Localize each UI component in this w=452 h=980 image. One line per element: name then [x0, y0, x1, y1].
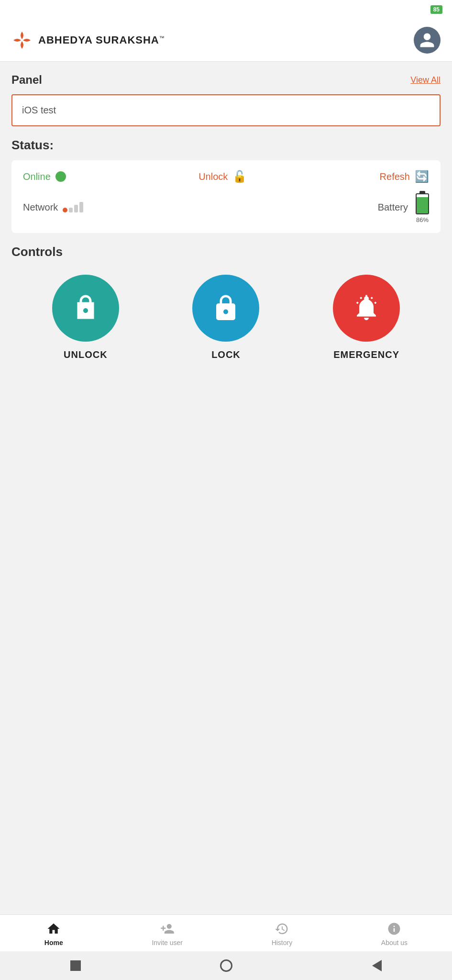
status-title: Status:	[11, 138, 441, 153]
online-dot	[55, 171, 66, 182]
android-circle-icon	[220, 959, 232, 972]
status-bar: 85	[0, 0, 452, 19]
battery-percent: 86%	[416, 216, 429, 223]
about-us-nav-label: About us	[381, 939, 408, 947]
unlock-label-text: UNLOCK	[64, 349, 108, 360]
status-row-2: Network Battery	[23, 191, 429, 223]
android-back-button[interactable]	[369, 958, 385, 973]
battery-body	[416, 193, 429, 214]
lock-label-text: LOCK	[211, 349, 241, 360]
battery-fill	[417, 197, 428, 213]
lock-circle[interactable]	[192, 275, 259, 342]
panel-device-name[interactable]: iOS test	[11, 94, 441, 126]
controls-section: Controls UNLOCK	[11, 245, 441, 360]
network-dot	[63, 208, 67, 212]
avatar-icon	[419, 32, 436, 49]
online-status: Online	[23, 171, 66, 182]
unlock-icon: 🔓	[232, 170, 247, 183]
nav-item-home[interactable]: Home	[44, 922, 63, 947]
nav-item-about-us[interactable]: About us	[381, 922, 408, 947]
panel-title: Panel	[11, 73, 42, 87]
network-bar-3	[79, 202, 83, 212]
android-triangle-icon	[372, 960, 382, 971]
network-status: Network	[23, 202, 83, 213]
refresh-icon: 🔄	[415, 170, 429, 183]
unlock-status[interactable]: Unlock 🔓	[198, 170, 247, 183]
nav-item-history[interactable]: History	[272, 922, 293, 947]
invite-user-nav-label: Invite user	[152, 939, 183, 947]
panel-section-header: Panel View All	[11, 73, 441, 87]
svg-line-2	[371, 298, 373, 299]
emergency-button[interactable]: EMERGENCY	[333, 275, 400, 360]
network-indicator	[63, 202, 83, 212]
controls-grid: UNLOCK LOCK	[11, 275, 441, 360]
lock-circle-icon	[211, 294, 240, 323]
battery-container: 86%	[416, 191, 429, 223]
svg-line-3	[361, 298, 362, 299]
android-recents-button[interactable]	[68, 958, 83, 973]
unlock-button[interactable]: UNLOCK	[52, 275, 119, 360]
emergency-circle-icon	[352, 294, 381, 323]
network-bars	[69, 202, 83, 212]
unlock-circle-icon	[71, 294, 100, 323]
status-row-1: Online Unlock 🔓 Refesh 🔄	[23, 170, 429, 183]
network-bar-2	[74, 205, 78, 212]
logo-container: ABHEDYA SURAKSHA™	[11, 30, 165, 51]
view-all-link[interactable]: View All	[410, 75, 441, 85]
battery-label: Battery	[378, 202, 408, 213]
history-nav-label: History	[272, 939, 293, 947]
status-grid: Online Unlock 🔓 Refesh 🔄 Network	[11, 160, 441, 233]
battery-status: Battery 86%	[378, 191, 429, 223]
avatar[interactable]	[414, 27, 441, 54]
refresh-status[interactable]: Refesh 🔄	[380, 170, 429, 183]
refresh-label: Refesh	[380, 171, 410, 182]
bottom-nav: Home Invite user History About us	[0, 914, 452, 951]
online-label: Online	[23, 171, 51, 182]
svg-line-4	[375, 302, 376, 304]
status-section: Status: Online Unlock 🔓 Refesh 🔄	[11, 138, 441, 233]
lock-button[interactable]: LOCK	[192, 275, 259, 360]
android-nav-bar	[0, 951, 452, 980]
home-icon	[46, 922, 61, 936]
svg-line-5	[357, 302, 358, 304]
about-us-icon	[387, 922, 401, 936]
emergency-label-text: EMERGENCY	[333, 349, 399, 360]
unlock-label: Unlock	[198, 171, 228, 182]
home-nav-label: Home	[44, 939, 63, 947]
logo-icon	[11, 30, 33, 51]
nav-item-invite-user[interactable]: Invite user	[152, 922, 183, 947]
network-bar-1	[69, 208, 73, 212]
app-header: ABHEDYA SURAKSHA™	[0, 19, 452, 62]
main-content: Panel View All iOS test Status: Online U…	[0, 62, 452, 448]
emergency-circle[interactable]	[333, 275, 400, 342]
android-home-button[interactable]	[219, 958, 234, 973]
history-icon	[275, 922, 289, 936]
controls-title: Controls	[11, 245, 441, 259]
logo-text: ABHEDYA SURAKSHA™	[38, 34, 165, 46]
unlock-circle[interactable]	[52, 275, 119, 342]
android-square-icon	[70, 960, 81, 971]
system-battery-indicator: 85	[430, 5, 442, 14]
invite-user-icon	[160, 922, 175, 936]
network-label: Network	[23, 202, 58, 213]
battery-icon-wrapper	[416, 191, 429, 215]
